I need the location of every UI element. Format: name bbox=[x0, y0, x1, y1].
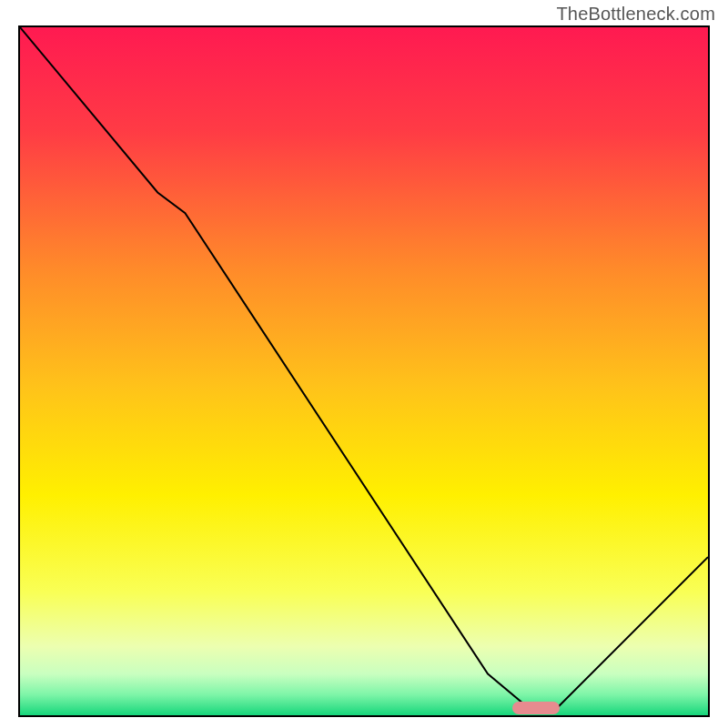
watermark-text: TheBottleneck.com bbox=[556, 4, 715, 25]
optimal-marker bbox=[512, 702, 561, 714]
chart-plot-area bbox=[18, 25, 710, 717]
chart-curve bbox=[20, 27, 708, 715]
